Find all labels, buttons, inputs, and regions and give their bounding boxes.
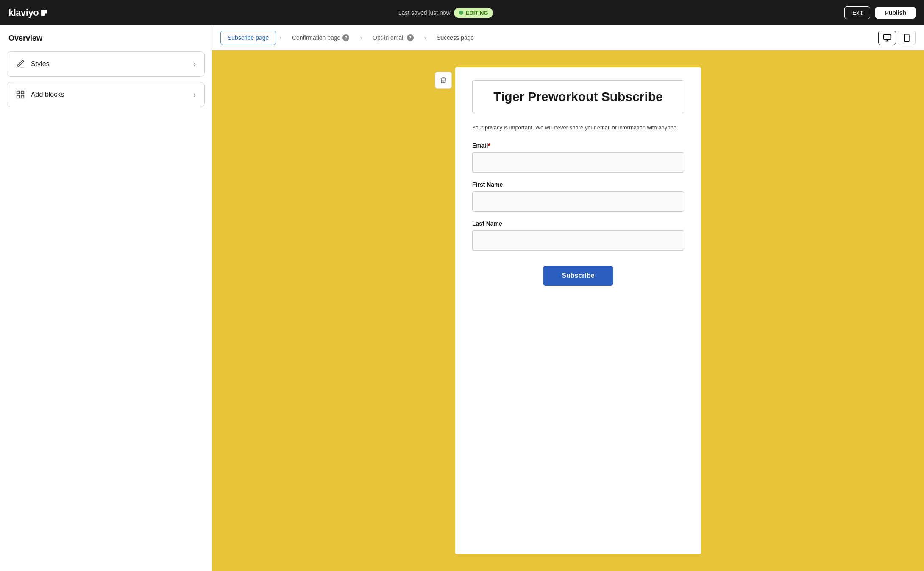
arrow-1: ›	[279, 34, 281, 41]
last-name-field-group: Last Name	[472, 220, 684, 259]
tab-confirmation[interactable]: Confirmation page ?	[285, 31, 356, 45]
desktop-icon	[883, 34, 891, 42]
blocks-left: Add blocks	[16, 90, 64, 99]
tab-bar: Subscribe page › Confirmation page ? › O…	[212, 25, 924, 50]
optin-label: Opt-in email	[373, 34, 404, 41]
exit-button[interactable]: Exit	[844, 6, 870, 19]
svg-rect-3	[21, 95, 24, 98]
blocks-chevron: ›	[193, 90, 196, 99]
styles-left: Styles	[16, 59, 50, 69]
add-blocks-label: Add blocks	[31, 91, 64, 98]
delete-block-button[interactable]	[435, 72, 452, 89]
overview-title: Overview	[7, 34, 205, 43]
arrow-2: ›	[360, 34, 362, 41]
pen-icon	[16, 59, 25, 69]
first-name-label: First Name	[472, 181, 684, 188]
styles-label: Styles	[31, 60, 50, 68]
form-wrapper: Tiger Preworkout Subscribe Your privacy …	[435, 67, 701, 554]
tabs-left: Subscribe page › Confirmation page ? › O…	[220, 31, 481, 45]
tab-subscribe[interactable]: Subscribe page	[220, 31, 276, 45]
publish-button[interactable]: Publish	[875, 7, 916, 19]
mobile-icon	[902, 34, 911, 42]
main-content: Subscribe page › Confirmation page ? › O…	[212, 25, 924, 571]
arrow-3: ›	[424, 34, 426, 41]
confirmation-info-icon[interactable]: ?	[342, 34, 349, 41]
form-title: Tiger Preworkout Subscribe	[483, 89, 674, 104]
trash-icon	[440, 76, 447, 84]
email-required-star: *	[488, 142, 490, 149]
logo: klaviyo	[8, 7, 47, 18]
styles-chevron: ›	[193, 60, 196, 69]
email-input[interactable]	[472, 152, 684, 173]
first-name-field-group: First Name	[472, 181, 684, 220]
canvas-area: Tiger Preworkout Subscribe Your privacy …	[212, 50, 924, 571]
app-body: Overview Styles › Add blocks	[0, 25, 924, 571]
logo-mark	[41, 10, 47, 16]
logo-text: klaviyo	[8, 7, 39, 18]
tab-optin[interactable]: Opt-in email ?	[365, 31, 420, 45]
email-label: Email*	[472, 142, 684, 149]
header-center: Last saved just now EDITING	[398, 8, 493, 18]
sidebar: Overview Styles › Add blocks	[0, 25, 212, 571]
editing-label: EDITING	[466, 10, 488, 16]
form-card: Tiger Preworkout Subscribe Your privacy …	[455, 67, 701, 554]
form-title-box[interactable]: Tiger Preworkout Subscribe	[472, 80, 684, 113]
svg-rect-0	[17, 91, 19, 94]
desktop-view-button[interactable]	[878, 31, 896, 45]
tab-success[interactable]: Success page	[429, 31, 481, 45]
save-status: Last saved just now	[398, 9, 451, 16]
mobile-view-button[interactable]	[898, 31, 916, 45]
subscribe-button[interactable]: Subscribe	[543, 266, 613, 286]
last-name-input[interactable]	[472, 230, 684, 251]
app-header: klaviyo Last saved just now EDITING Exit…	[0, 0, 924, 25]
svg-rect-1	[21, 91, 24, 94]
editing-dot	[459, 11, 463, 15]
svg-rect-4	[884, 35, 891, 40]
blocks-icon	[16, 90, 25, 99]
editing-badge: EDITING	[454, 8, 493, 18]
email-field-group: Email*	[472, 142, 684, 181]
optin-info-icon[interactable]: ?	[407, 34, 414, 41]
first-name-input[interactable]	[472, 191, 684, 212]
last-name-label: Last Name	[472, 220, 684, 227]
sidebar-item-styles[interactable]: Styles ›	[7, 51, 205, 77]
privacy-text: Your privacy is important. We will never…	[472, 123, 684, 132]
header-right: Exit Publish	[844, 6, 916, 19]
svg-rect-7	[904, 34, 909, 42]
sidebar-item-add-blocks[interactable]: Add blocks ›	[7, 82, 205, 107]
tabs-right	[878, 31, 916, 45]
confirmation-label: Confirmation page	[292, 34, 340, 41]
svg-rect-2	[17, 95, 19, 98]
